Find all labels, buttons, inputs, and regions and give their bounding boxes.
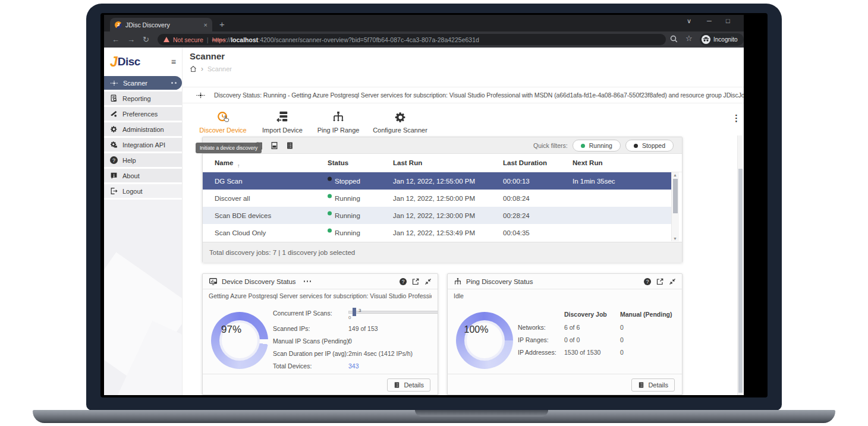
table-row[interactable]: DG Scan Stopped Jan 12, 2022, 12:55:00 P… [203, 172, 671, 190]
stat-concurrent: Concurrent IP Scans: [273, 310, 332, 317]
discover-device-button[interactable]: Discover Device [190, 109, 256, 134]
job-status: Running [335, 212, 360, 219]
laptop-frame: J JDisc Discovery Not secure | http [86, 4, 782, 411]
column-status[interactable]: Status [328, 159, 348, 166]
jdisc-app: JDisc Scanner Reporting Preferenc [104, 48, 744, 395]
ping-row-ip-addresses: IP Addresses:1530 of 15300 [518, 349, 556, 356]
info-icon [110, 172, 118, 179]
column-last-duration[interactable]: Last Duration [503, 159, 547, 166]
row-manual-value: 0 [620, 349, 624, 356]
reload-icon[interactable] [143, 35, 149, 44]
main-content: Scanner Scanner Discovery Status: Runnin… [183, 48, 744, 395]
total-devices-link[interactable]: 343 [348, 362, 359, 370]
page-title: Scanner [190, 51, 225, 61]
incognito-label: Incognito [713, 36, 738, 43]
clipboard-icon [394, 381, 400, 389]
device-progress-value: 97% [203, 301, 260, 358]
table-row[interactable]: Scan BDE devices Running Jan 12, 2022, 1… [203, 207, 671, 224]
sidebar-toggle-icon[interactable] [171, 57, 176, 67]
sidebar-item-help[interactable]: ? Help [104, 153, 182, 167]
column-discovery-job: Discovery Job [564, 311, 607, 318]
sidebar-item-activity-dots [171, 82, 177, 84]
slider-thumb[interactable] [353, 308, 356, 316]
sidebar-item-preferences[interactable]: Preferences [104, 107, 182, 121]
table-scrollbar[interactable] [671, 172, 679, 241]
sidebar-item-label: About [122, 172, 140, 179]
scroll-up-icon[interactable] [673, 173, 677, 177]
filter-chip-running[interactable]: Running [573, 140, 621, 152]
window-maximize-icon[interactable] [726, 17, 730, 24]
scroll-down-icon[interactable] [673, 236, 677, 241]
stat-label: Total Devices: [273, 362, 312, 370]
job-last-duration: 00:04:35 [503, 229, 530, 236]
stat-total-devices: Total Devices:343 [273, 362, 312, 370]
laptop-notch [415, 410, 548, 416]
stage: { "browser": { "tab_title": "JDisc Disco… [0, 0, 868, 426]
tooltip: Initiate a device discovery [196, 143, 262, 153]
forward-icon[interactable] [127, 35, 135, 44]
sidebar-item-integration-api[interactable]: Integration API [104, 138, 182, 152]
job-details-list-icon[interactable] [286, 141, 294, 150]
browser-tab[interactable]: J JDisc Discovery [110, 18, 212, 31]
running-dot-icon [581, 144, 585, 148]
back-icon[interactable] [112, 35, 119, 44]
details-button[interactable]: Details [387, 378, 430, 392]
discovery-status-icon [196, 90, 206, 100]
open-external-icon[interactable] [412, 278, 419, 285]
ping-ip-range-button[interactable]: Ping IP Range [306, 109, 371, 134]
sidebar-item-scanner[interactable]: Scanner [104, 76, 182, 90]
toolbar-overflow-menu-icon[interactable] [732, 113, 741, 124]
filter-chip-stopped[interactable]: Stopped [625, 140, 674, 152]
table-row[interactable]: Discover all Running Jan 12, 2022, 12:50… [203, 190, 671, 207]
concurrent-scans-slider[interactable]: 3 0 49 [348, 310, 438, 319]
card-header: Ping Discovery Status ? [448, 274, 682, 289]
sidebar-item-reporting[interactable]: Reporting [104, 91, 182, 105]
configure-scanner-button[interactable]: Configure Scanner [367, 109, 433, 134]
page-scrollbar[interactable] [737, 135, 743, 395]
sort-icon[interactable] [237, 163, 240, 169]
tab-close-icon[interactable] [204, 21, 207, 29]
collapse-icon[interactable] [669, 278, 676, 285]
breadcrumb: Scanner [190, 65, 232, 73]
ping-ip-range-label: Ping IP Range [317, 127, 360, 134]
new-tab-button[interactable] [219, 19, 225, 30]
address-bar[interactable]: Not secure | https://localhost:4200/scan… [158, 34, 666, 45]
page-scrollbar-thumb[interactable] [738, 169, 743, 393]
window-menu-icon[interactable] [687, 17, 691, 25]
discover-device-icon [216, 109, 229, 124]
open-external-icon[interactable] [656, 278, 663, 285]
discovery-jobs-card: Quick filters: Running Stopped Name Stat… [202, 137, 683, 263]
table-row[interactable]: Scan Cloud Only Running Jan 12, 2022, 12… [203, 224, 671, 241]
card-footer: Details [448, 374, 682, 395]
bookmark-star-icon[interactable] [685, 34, 693, 43]
window-minimize-icon[interactable] [707, 17, 712, 24]
tab-title: JDisc Discovery [125, 21, 200, 29]
logo-disc: Disc [118, 55, 140, 68]
app-logo: JDisc [104, 48, 182, 76]
url-text: https://localhost:4200/scanner/scanner-o… [212, 36, 479, 43]
help-icon[interactable]: ? [400, 278, 407, 285]
job-log-icon[interactable] [271, 141, 278, 150]
help-icon[interactable]: ? [644, 278, 651, 285]
search-icon[interactable] [670, 35, 678, 43]
activity-indicator [304, 280, 312, 282]
column-name[interactable]: Name [215, 159, 233, 166]
collapse-icon[interactable] [424, 278, 432, 285]
sidebar-item-about[interactable]: About [104, 169, 182, 182]
sidebar: JDisc Scanner Reporting Preferenc [104, 48, 183, 395]
home-icon[interactable] [190, 65, 197, 72]
sidebar-item-administration[interactable]: Administration [104, 122, 182, 136]
job-name: Scan Cloud Only [215, 229, 266, 236]
configure-scanner-gear-icon [394, 109, 407, 124]
slider-track[interactable] [348, 311, 438, 314]
scrollbar-thumb[interactable] [673, 179, 678, 213]
device-monitor-icon [209, 277, 218, 286]
incognito-badge[interactable]: Incognito [700, 33, 744, 46]
browser-window: J JDisc Discovery Not secure | http [104, 15, 744, 395]
column-last-run[interactable]: Last Run [393, 159, 422, 166]
column-next-run[interactable]: Next Run [573, 159, 602, 166]
browser-toolbar: Not secure | https://localhost:4200/scan… [104, 31, 744, 48]
details-button[interactable]: Details [631, 378, 675, 392]
sidebar-item-logout[interactable]: Logout [104, 184, 182, 198]
row-job-value: 1530 of 1530 [564, 349, 600, 356]
